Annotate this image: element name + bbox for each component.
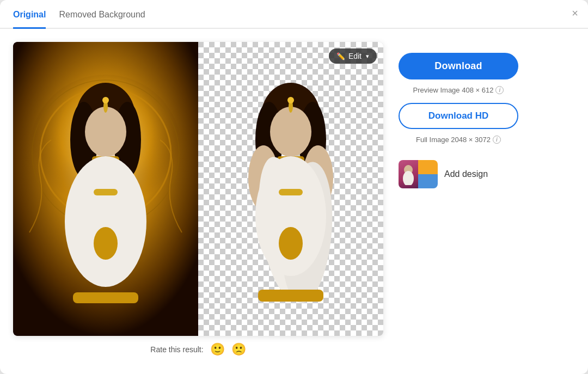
svg-rect-14 bbox=[94, 189, 118, 195]
rate-label: Rate this result: bbox=[150, 345, 203, 354]
design-thumb-main bbox=[399, 160, 418, 188]
svg-point-10 bbox=[102, 97, 109, 103]
design-thumbnail bbox=[399, 160, 438, 188]
svg-point-8 bbox=[85, 107, 126, 157]
dropdown-arrow-icon: ▾ bbox=[366, 53, 369, 60]
download-button[interactable]: Download bbox=[399, 53, 518, 79]
preview-size-label: Preview Image 408 × 612 bbox=[413, 86, 494, 94]
thumbs-down-button[interactable]: 🙁 bbox=[231, 344, 246, 355]
svg-point-24 bbox=[270, 107, 311, 157]
tab-original[interactable]: Original bbox=[13, 10, 46, 29]
edit-button[interactable]: ✏️ Edit ▾ bbox=[329, 48, 377, 64]
right-sidebar: Download Preview Image 408 × 612 i Downl… bbox=[399, 42, 518, 188]
download-hd-info: Full Image 2048 × 3072 i bbox=[399, 136, 518, 144]
svg-rect-35 bbox=[258, 290, 323, 302]
design-thumb-bottom bbox=[418, 174, 438, 188]
add-design-row: Add design bbox=[399, 160, 518, 188]
svg-point-33 bbox=[279, 227, 303, 260]
tab-removed-background[interactable]: Removed Background bbox=[59, 10, 145, 29]
modal-container: × Original Removed Background bbox=[0, 0, 588, 374]
preview-info-icon[interactable]: i bbox=[495, 86, 504, 94]
svg-point-12 bbox=[65, 156, 146, 287]
edit-button-label: Edit bbox=[348, 52, 362, 60]
download-info: Preview Image 408 × 612 i bbox=[399, 86, 518, 94]
edit-icon: ✏️ bbox=[336, 52, 345, 60]
full-size-label: Full Image 2048 × 3072 bbox=[416, 136, 491, 144]
design-thumb-top bbox=[418, 160, 438, 174]
tabs-bar: Original Removed Background bbox=[0, 0, 588, 29]
svg-rect-34 bbox=[279, 189, 303, 195]
svg-rect-15 bbox=[73, 292, 138, 303]
images-row: ✏️ Edit ▾ bbox=[13, 42, 383, 336]
full-info-icon[interactable]: i bbox=[493, 136, 501, 144]
removed-bg-image: ✏️ Edit ▾ bbox=[198, 42, 383, 336]
modal-body: ✏️ Edit ▾ Rate this result: 🙂 🙁 Download… bbox=[0, 29, 588, 372]
original-image bbox=[13, 42, 198, 336]
images-column: ✏️ Edit ▾ Rate this result: 🙂 🙁 bbox=[13, 42, 383, 359]
design-thumb-stack bbox=[418, 160, 438, 188]
download-hd-button[interactable]: Download HD bbox=[399, 103, 518, 129]
thumbs-up-button[interactable]: 🙂 bbox=[210, 344, 225, 355]
svg-point-37 bbox=[403, 171, 414, 185]
close-button[interactable]: × bbox=[572, 8, 578, 19]
svg-point-13 bbox=[94, 227, 118, 260]
rate-bar: Rate this result: 🙂 🙁 bbox=[150, 336, 246, 359]
add-design-link[interactable]: Add design bbox=[444, 169, 488, 179]
svg-point-26 bbox=[287, 97, 294, 103]
